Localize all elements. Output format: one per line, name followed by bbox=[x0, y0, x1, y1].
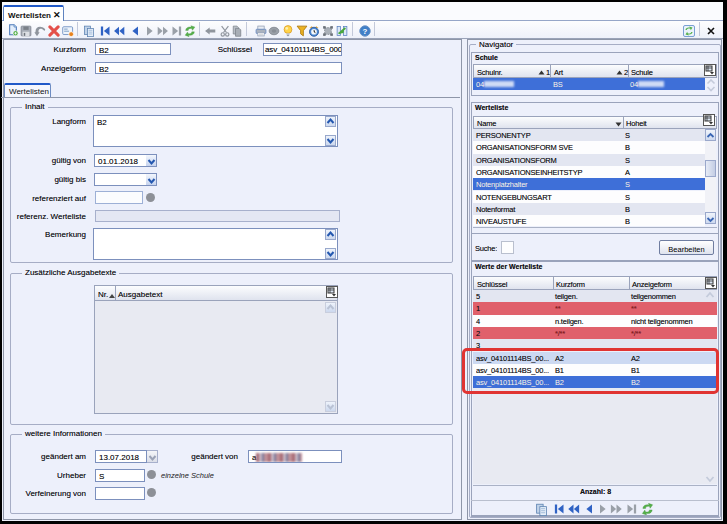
svg-text:?: ? bbox=[363, 27, 368, 36]
